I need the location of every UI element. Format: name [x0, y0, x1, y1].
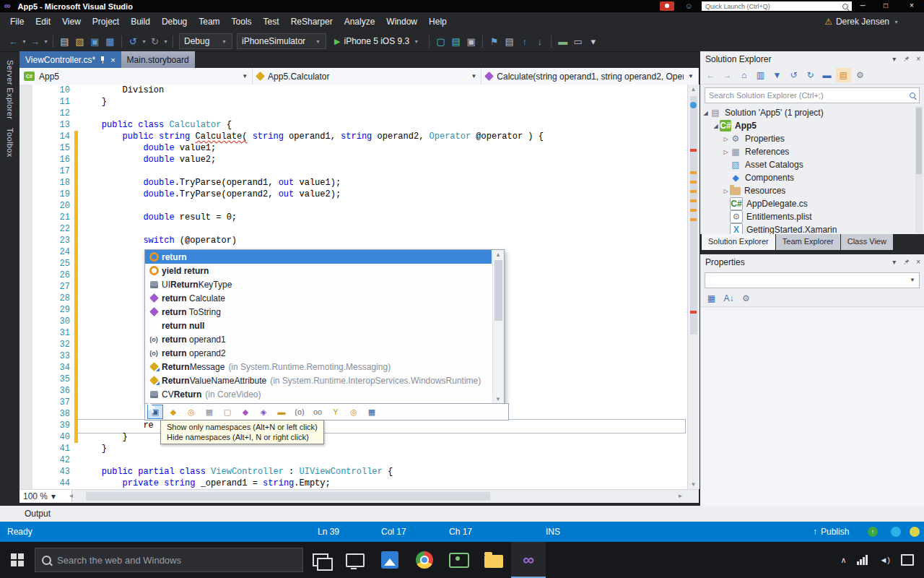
code-line[interactable]: 40 } [19, 431, 687, 443]
categorized-icon[interactable]: ▦ [704, 291, 719, 306]
code-line[interactable]: 21 double result = 0; [19, 212, 687, 223]
scrollbar-thumb[interactable] [690, 96, 697, 335]
menu-test[interactable]: Test [258, 13, 285, 30]
minimize-button[interactable]: ─ [852, 0, 873, 12]
send-feedback-icon[interactable]: ☺ [683, 1, 694, 11]
ios-simulator-icon[interactable]: ▢ [433, 33, 448, 49]
tree-scrollbar[interactable] [915, 106, 923, 233]
expander-open-icon[interactable]: ◢ [702, 110, 710, 116]
completion-item[interactable]: UIReturnKeyType [145, 277, 492, 291]
code-line[interactable]: 41 } [19, 443, 687, 454]
pending-changes-filter-icon[interactable]: ▼ [770, 68, 785, 82]
panel-tab-team-explorer[interactable]: Team Explorer [776, 234, 840, 250]
notifications-icon[interactable] [910, 527, 920, 537]
tree-item-app5[interactable]: ◢C#App5 [700, 119, 912, 132]
filter-types-icon[interactable]: oo [310, 405, 326, 419]
publish-button[interactable]: ↑ Publish [813, 527, 849, 537]
filter-parameters-icon[interactable]: (o) [292, 405, 308, 419]
tree-item-entitlements-plist[interactable]: ⚙Entitlements.plist [700, 210, 912, 223]
code-line[interactable]: 23 switch (@operator) [19, 235, 687, 246]
scrollbar-thumb[interactable] [86, 492, 490, 501]
platform-dropdown[interactable]: iPhoneSimulator▾ [237, 33, 326, 49]
panel-tab-class-view[interactable]: Class View [841, 234, 893, 250]
bookmark-icon[interactable]: ⚑ [487, 33, 502, 49]
code-line[interactable]: 13 public class Calculator { [19, 119, 687, 131]
completion-item[interactable]: ReturnMessage(in System.Runtime.Remoting… [145, 360, 492, 374]
scroll-down-icon[interactable]: ▼ [688, 480, 699, 489]
project-dropdown[interactable]: C# App5 ▼ [19, 68, 253, 85]
photos-icon[interactable] [372, 542, 407, 578]
navigate-forward-icon[interactable]: → [720, 68, 735, 82]
toolbar-options-icon[interactable]: ▾ [585, 33, 601, 49]
properties-object-dropdown[interactable]: ▼ [705, 272, 920, 288]
menu-team[interactable]: Team [193, 13, 225, 30]
navigate-forward-icon[interactable]: → [27, 33, 43, 49]
code-line[interactable]: 42 [19, 454, 687, 466]
tree-item-resources[interactable]: ▷Resources [700, 184, 912, 197]
filter-windows-icon[interactable]: ▢ [219, 405, 235, 419]
scroll-up-icon[interactable]: ▲ [688, 85, 699, 94]
code-line[interactable]: 15 double value1; [19, 142, 687, 154]
expander-open-icon[interactable]: ◢ [712, 123, 720, 129]
new-file-icon[interactable]: ▤ [57, 33, 72, 49]
output-panel-tab[interactable]: Output [0, 506, 924, 522]
code-line[interactable]: 10 Division [19, 85, 687, 96]
sync-status-icon[interactable]: ↑ [868, 527, 878, 537]
code-line[interactable]: 11 } [19, 96, 687, 108]
code-line[interactable]: 19 double.TryParse(operand2, out value2)… [19, 189, 687, 200]
close-icon[interactable]: × [916, 257, 920, 267]
completion-item[interactable]: return ToString [145, 305, 492, 319]
volume-icon[interactable]: ◄) [879, 556, 890, 564]
close-icon[interactable]: × [916, 54, 920, 64]
menu-edit[interactable]: Edit [30, 13, 56, 30]
taskbar-search-input[interactable]: Search the web and Windows [35, 548, 303, 572]
property-pages-icon[interactable]: ⚙ [738, 291, 754, 306]
completion-item[interactable]: CVReturn(in CoreVideo) [145, 387, 492, 401]
filter-tables-icon[interactable]: ▦ [201, 405, 217, 419]
navigate-up-icon[interactable]: ↑ [517, 33, 532, 49]
completion-item[interactable]: return Calculate [145, 291, 492, 305]
movies-tv-icon[interactable] [338, 542, 372, 578]
completion-item[interactable]: return operand1 [145, 332, 492, 346]
code-line[interactable]: 16 double value2; [19, 154, 687, 165]
expander-closed-icon[interactable]: ▷ [722, 149, 730, 155]
tree-item-asset-catalogs[interactable]: ▨Asset Catalogs [700, 158, 912, 171]
task-list-icon[interactable]: ▤ [502, 33, 517, 49]
switch-views-icon[interactable]: ▥ [753, 68, 768, 82]
tree-item-properties[interactable]: ▷⚙Properties [700, 132, 912, 145]
menu-view[interactable]: View [56, 13, 87, 30]
network-icon[interactable] [857, 555, 868, 565]
horizontal-scrollbar[interactable]: 100 % ▾ ◄ ► [19, 489, 699, 503]
filter-keywords-icon[interactable]: ◎ [183, 405, 199, 419]
code-line[interactable]: 39 re [19, 420, 687, 431]
sync-with-active-document-icon[interactable]: ↺ [786, 68, 801, 82]
side-tab-server-explorer[interactable]: Server Explorer [6, 60, 14, 119]
menu-help[interactable]: Help [423, 13, 453, 30]
alphabetical-icon[interactable]: A↓ [721, 291, 736, 306]
completion-item[interactable]: return null [145, 319, 492, 332]
tree-item-gettingstarted-xamarin[interactable]: XGettingStarted.Xamarin [700, 223, 912, 234]
save-icon[interactable]: ▣ [87, 33, 103, 49]
code-line[interactable]: 22 [19, 223, 687, 235]
quick-launch-input[interactable]: Quick Launch (Ctrl+Q) [702, 1, 852, 11]
scrollbar-thumb[interactable] [916, 108, 922, 174]
pin-icon[interactable]: 📌︎ [902, 54, 910, 64]
save-all-icon[interactable]: ▦ [103, 33, 118, 49]
navigate-down-icon[interactable]: ↓ [532, 33, 547, 49]
menu-resharper[interactable]: ReSharper [285, 13, 339, 30]
document-tab-viewcontroller-cs[interactable]: ViewController.cs*× [19, 51, 121, 68]
popup-scrollbar[interactable]: ▲ ▼ [492, 250, 504, 404]
filter-properties-icon[interactable]: ◈ [256, 405, 271, 419]
redo-icon[interactable]: ↻ [147, 33, 162, 49]
run-button[interactable]: ▶iPhone 5 iOS 9.3▾ [328, 33, 425, 49]
collapse-all-icon[interactable]: ▬ [819, 68, 834, 82]
tree-item-solution-app5-1-project[interactable]: ◢▤Solution 'App5' (1 project) [700, 106, 912, 119]
completion-item[interactable]: return operand2 [145, 346, 492, 360]
menu-window[interactable]: Window [380, 13, 423, 30]
code-line[interactable]: 14 public string Calculate( string opera… [19, 131, 687, 142]
open-file-icon[interactable]: ▧ [72, 33, 87, 49]
code-line[interactable]: 18 double.TryParse(operand1, out value1)… [19, 177, 687, 189]
chrome-icon[interactable] [407, 542, 442, 578]
filter-extension-methods-icon[interactable]: ◎ [346, 405, 362, 419]
solution-explorer-search-input[interactable]: Search Solution Explorer (Ctrl+;) [705, 87, 920, 103]
